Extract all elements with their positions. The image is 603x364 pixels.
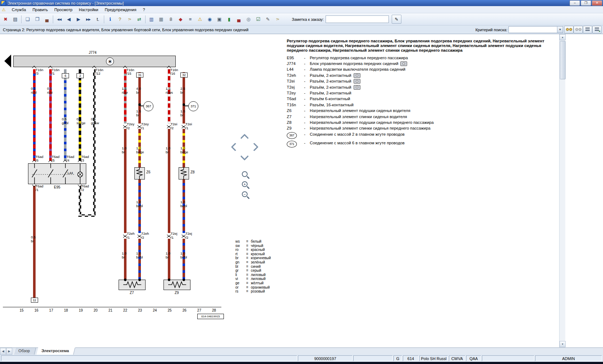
help-icon[interactable]: ? <box>115 14 125 24</box>
exit-icon[interactable]: ✖ <box>1 14 10 24</box>
next-page-icon[interactable]: ▶ <box>74 14 83 24</box>
color-abbr: vi <box>235 277 246 281</box>
component-search-icon[interactable]: 8 <box>166 14 176 24</box>
legend-code: Z8 <box>287 120 304 125</box>
zoom-in-icon[interactable]: + <box>242 181 248 187</box>
photo-icon[interactable] <box>400 61 407 66</box>
menu-item[interactable]: Настройки <box>76 6 102 13</box>
legend-desc: Соединение с массой 6 в главном жгуте пр… <box>310 141 554 145</box>
vertical-scrollbar[interactable]: ▲ ▼ <box>559 34 565 347</box>
order-note-edit-icon[interactable]: ✎ <box>392 15 401 24</box>
vehicle-search-icon[interactable]: ◎ <box>244 14 253 24</box>
wire-gauge: 0.5 <box>62 117 77 121</box>
prev-page-icon[interactable]: ◀ <box>64 14 74 24</box>
component-label-z9: Z9 <box>175 291 179 295</box>
info-icon[interactable]: ℹ <box>105 14 115 24</box>
result-nav-icon[interactable] <box>592 26 602 33</box>
wire-br-bl <box>183 239 185 280</box>
color-abbr: li <box>235 273 246 277</box>
tab-inactive[interactable]: Обзор <box>14 348 36 355</box>
tab-scroll-right[interactable]: ▶ <box>6 348 12 355</box>
color-abbr: rt <box>235 252 246 256</box>
pin-number: /1 <box>52 72 55 76</box>
last-page-icon[interactable]: ▶▶ <box>83 14 93 24</box>
contents-icon[interactable]: t. <box>93 14 103 24</box>
scroll-up-icon[interactable]: ▲ <box>560 34 566 40</box>
vehicle-data-icon[interactable]: ▄ <box>42 14 52 24</box>
wire-rt-bl <box>33 69 36 161</box>
pin-number: /16 <box>170 72 175 76</box>
document-copy-icon[interactable]: ❐ <box>32 14 42 24</box>
wire-color-code: br/bl <box>136 255 151 259</box>
warnings-icon[interactable]: ⚠ <box>195 14 205 24</box>
chevron-down-icon[interactable]: ▾ <box>557 27 563 33</box>
search-run-icon[interactable] <box>564 26 574 33</box>
connector-pin: /1 <box>36 188 38 192</box>
zoom-reset-icon[interactable] <box>242 171 248 177</box>
ground-junction-371[interactable]: 371 <box>188 101 198 111</box>
legend-dash: - <box>304 115 310 119</box>
battery-icon[interactable]: ▮ <box>224 14 234 24</box>
compare-icon[interactable]: ⇄ <box>134 14 144 24</box>
fault-memory-icon[interactable]: ◆ <box>176 14 185 24</box>
search-criterion-select[interactable]: ▾ <box>508 26 563 33</box>
close-button[interactable]: ✕ <box>592 0 602 6</box>
color-abbr: ge <box>235 281 246 285</box>
menu-item[interactable]: Править <box>29 6 51 13</box>
photo-icon[interactable] <box>354 79 360 84</box>
help-plus-icon[interactable]: ?+ <box>273 14 282 24</box>
checklist-icon[interactable]: ☑ <box>253 14 263 24</box>
ground-junction-367[interactable]: 367 <box>143 101 153 111</box>
prev-page-arrow[interactable] <box>4 55 11 67</box>
warning-status-icon[interactable]: ⚠ <box>0 7 9 12</box>
tab-label: Электросхема <box>41 349 69 353</box>
equals-sign: = <box>246 248 251 252</box>
pagebar-icons <box>564 26 602 33</box>
search-clear-icon[interactable] <box>574 26 583 33</box>
color-key-row: ws=белый <box>235 239 271 244</box>
wire-label: 0.5rt/bl <box>31 87 46 94</box>
menu-item[interactable]: Предупреждения <box>102 6 140 13</box>
menu-item[interactable]: ? <box>139 6 148 13</box>
component-label-l44: L44 <box>68 171 73 175</box>
scrollbar-thumb[interactable] <box>560 41 566 79</box>
wire-label: 1.5rt/gr <box>122 87 137 94</box>
new-document-icon[interactable]: ❏ <box>23 14 32 24</box>
tab-scroll-left[interactable]: ◀ <box>0 348 6 355</box>
tab-active[interactable]: Электросхема <box>36 347 75 355</box>
legend-code: E95 <box>287 56 304 60</box>
vehicle-icon[interactable]: ▄ <box>234 14 244 24</box>
ruler-number: 21 <box>107 309 114 313</box>
order-note-input[interactable] <box>326 15 389 23</box>
minimize-button[interactable]: – <box>570 0 580 6</box>
document-list-icon[interactable]: ≡ <box>185 14 195 24</box>
maintenance-icon[interactable]: ▦ <box>156 14 166 24</box>
print-icon[interactable]: ▤ <box>10 14 20 24</box>
legend-desc: Нагревательный элемент спинки сиденья пе… <box>310 126 554 131</box>
status-field: G <box>393 355 402 361</box>
maximize-button[interactable]: ❐ <box>581 0 591 6</box>
result-list-icon[interactable] <box>583 26 592 33</box>
connector-name: T2ey <box>127 122 134 126</box>
color-name: синий <box>251 265 261 269</box>
color-name: коричневый <box>251 256 271 260</box>
menu-item[interactable]: Служба <box>9 6 29 13</box>
protocol-icon[interactable]: ▣ <box>215 14 224 24</box>
legend-desc: Разъём, 2-контактный <box>310 91 554 95</box>
legend-code: T6ad <box>287 97 304 101</box>
status-field: QAA <box>466 355 481 361</box>
manuals-icon[interactable]: ▥ <box>147 14 156 24</box>
legend-item: Z9-Нагревательный элемент спинки сиденья… <box>287 126 554 131</box>
photo-icon[interactable] <box>354 73 360 78</box>
photo-icon[interactable] <box>354 85 360 90</box>
menu-item[interactable]: Просмотр <box>51 6 75 13</box>
notes-icon[interactable]: ✎ <box>263 14 273 24</box>
color-key-row: ge=жёлтый <box>235 281 271 285</box>
first-page-icon[interactable]: ◀◀ <box>54 14 64 24</box>
scroll-down-icon[interactable]: ▼ <box>560 341 566 347</box>
connector-pin: /3 <box>81 159 84 163</box>
zoom-out-icon[interactable]: − <box>242 191 248 197</box>
legend-desc-text: Разъём 6-контактный <box>310 97 350 101</box>
direct-help-icon[interactable]: ?+ <box>125 14 134 24</box>
service-net-icon[interactable]: ◉ <box>205 14 215 24</box>
